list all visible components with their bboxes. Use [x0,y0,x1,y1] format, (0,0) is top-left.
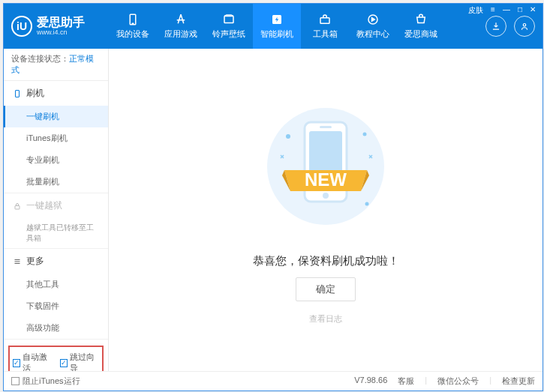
svg-rect-2 [224,16,233,23]
connection-status: 设备连接状态：正常模式 [4,49,108,81]
title-right [485,16,535,37]
jailbreak-note: 越狱工具已转移至工具箱 [4,218,108,248]
nav-ringtones[interactable]: 铃声壁纸 [205,4,253,49]
sidebar-item-itunes-flash[interactable]: iTunes刷机 [4,127,108,149]
svg-rect-7 [16,90,20,97]
success-panel: NEW 恭喜您，保资料刷机成功啦！ 确定 查看日志 [109,49,542,371]
svg-point-16 [323,193,329,199]
checkbox-block-itunes[interactable]: 阻止iTunes运行 [11,376,80,387]
nav-my-device[interactable]: 我的设备 [109,4,157,49]
wallpaper-icon [222,13,236,26]
nav-tutorials[interactable]: 教程中心 [349,4,397,49]
body: 设备连接状态：正常模式 刷机 一键刷机 iTunes刷机 专业刷机 批量刷机 一… [4,49,542,371]
menu-button[interactable]: ≡ [488,5,497,16]
svg-rect-4 [320,18,329,24]
logo: iU 爱思助手 www.i4.cn [11,16,109,37]
close-button[interactable]: ✕ [527,5,538,16]
checkbox-skip-wizard[interactable]: ✓ 跳过向导 [60,352,100,371]
main-panel: NEW 恭喜您，保资料刷机成功啦！ 确定 查看日志 [109,49,542,371]
svg-point-6 [523,24,526,27]
svg-point-20 [363,133,367,136]
toolbox-icon [318,13,332,26]
logo-icon: iU [11,16,32,37]
maximize-button[interactable]: □ [515,5,524,16]
list-icon [13,257,22,266]
nav-store[interactable]: 爱思商城 [397,4,445,49]
phone-icon [126,13,140,26]
footer: 阻止iTunes运行 V7.98.66 客服 | 微信公众号 | 检查更新 [4,371,542,391]
user-button[interactable] [514,16,535,37]
sidebar-item-oneclick-flash[interactable]: 一键刷机 [4,106,108,127]
app-site: www.i4.cn [37,28,85,36]
nav-toolbox[interactable]: 工具箱 [301,4,349,49]
store-icon [414,13,428,26]
svg-point-19 [286,134,290,139]
top-nav: 我的设备 应用游戏 铃声壁纸 智能刷机 工具箱 教程中心 [109,4,485,49]
app-name: 爱思助手 [37,16,85,28]
svg-point-21 [365,202,369,206]
sidebar-item-download-firmware[interactable]: 下载固件 [4,295,108,317]
lock-icon [13,202,22,211]
sidebar-section-flash[interactable]: 刷机 [4,81,108,106]
nav-apps-games[interactable]: 应用游戏 [157,4,205,49]
checkmark-icon: ✓ [60,359,68,367]
svg-rect-17 [320,126,332,128]
sidebar-item-batch-flash[interactable]: 批量刷机 [4,171,108,193]
options-highlight-box: ✓ 自动激活 ✓ 跳过向导 [8,346,104,371]
apps-icon [174,13,188,26]
support-link[interactable]: 客服 [398,376,414,387]
sidebar-item-advanced[interactable]: 高级功能 [4,317,108,339]
download-icon [491,21,501,31]
checkbox-icon [11,377,20,385]
titlebar: 皮肤 ≡ — □ ✕ iU 爱思助手 www.i4.cn 我的设备 应用游戏 [4,4,542,49]
svg-rect-8 [15,205,20,209]
sidebar-section-jailbreak: 一键越狱 [4,193,108,218]
confirm-button[interactable]: 确定 [296,277,356,301]
phone-icon [13,89,22,98]
success-message: 恭喜您，保资料刷机成功啦！ [253,254,399,268]
checkmark-icon: ✓ [13,359,20,367]
flash-icon [270,13,284,26]
skin-button[interactable]: 皮肤 [466,5,485,16]
success-illustration: NEW [251,95,401,245]
sidebar-section-more[interactable]: 更多 [4,249,108,274]
window-controls: 皮肤 ≡ — □ ✕ [466,5,538,16]
wechat-link[interactable]: 微信公众号 [437,376,479,387]
download-button[interactable] [485,16,506,37]
svg-text:NEW: NEW [305,169,347,190]
view-log-link[interactable]: 查看日志 [309,313,342,325]
nav-smart-flash[interactable]: 智能刷机 [253,4,301,49]
user-icon [519,21,530,31]
app-window: 皮肤 ≡ — □ ✕ iU 爱思助手 www.i4.cn 我的设备 应用游戏 [3,3,543,391]
sidebar-item-other-tools[interactable]: 其他工具 [4,274,108,295]
sidebar: 设备连接状态：正常模式 刷机 一键刷机 iTunes刷机 专业刷机 批量刷机 一… [4,49,109,371]
sidebar-item-pro-flash[interactable]: 专业刷机 [4,149,108,171]
minimize-button[interactable]: — [500,5,512,16]
version-label: V7.98.66 [354,376,387,387]
tutorial-icon [366,13,380,26]
checkbox-auto-activate[interactable]: ✓ 自动激活 [13,352,53,371]
check-update-link[interactable]: 检查更新 [502,376,535,387]
